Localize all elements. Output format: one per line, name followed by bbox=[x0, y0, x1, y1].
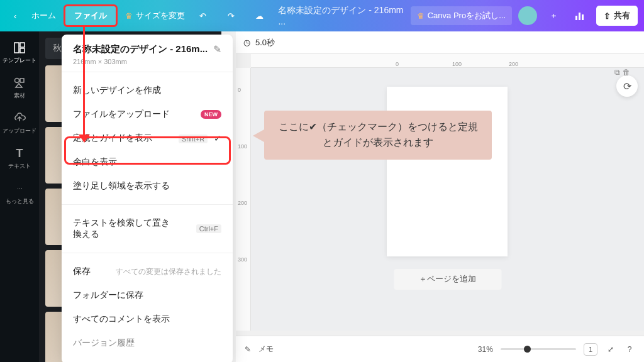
horizontal-ruler: 0 100 200 bbox=[251, 54, 644, 68]
share-button[interactable]: ⇧ 共有 bbox=[596, 6, 638, 26]
elements-icon bbox=[13, 76, 26, 90]
clock-icon: ◷ bbox=[243, 38, 250, 47]
annotation-arrow-head bbox=[79, 134, 90, 143]
check-icon: ✓ bbox=[214, 133, 221, 143]
help-button[interactable]: ? bbox=[624, 344, 635, 355]
refresh-icon: ⟳ bbox=[623, 80, 631, 92]
share-label: 共有 bbox=[614, 10, 630, 21]
zoom-slider[interactable] bbox=[501, 348, 576, 350]
back-button[interactable]: ‹ bbox=[6, 6, 24, 26]
ruler-tick: 100 bbox=[238, 143, 247, 150]
keyboard-shortcut: Ctrl+F bbox=[196, 224, 221, 233]
file-menu-find-replace[interactable]: テキストを検索して置き換える Ctrl+F bbox=[62, 211, 233, 246]
svg-rect-1 bbox=[579, 13, 580, 20]
left-sidebar: テンプレート 素材 アップロード T テキスト ⋯ もっと見る bbox=[0, 31, 39, 362]
file-menu-upload[interactable]: ファイルをアップロード NEW bbox=[62, 102, 233, 126]
canvas-area: ◷ 5.0秒 0 100 200 0 100 200 300 ⧉ 🗑 ⟳ ＋ペー… bbox=[236, 31, 644, 362]
sidebar-item-label: アップロード bbox=[3, 127, 36, 135]
reset-view-button[interactable]: ⟳ bbox=[616, 75, 638, 97]
file-dropdown-menu: 名称未設定のデザイン - 216m... ✎ 216mm × 303mm 新しい… bbox=[62, 35, 233, 362]
notes-icon: ✎ bbox=[245, 345, 251, 354]
svg-rect-4 bbox=[20, 43, 25, 47]
keyboard-shortcut: Shift+R bbox=[179, 134, 208, 143]
menu-label: テキストを検索して置き換える bbox=[73, 217, 174, 240]
sidebar-item-label: もっと見る bbox=[6, 197, 34, 206]
upload-icon: ⇧ bbox=[604, 11, 611, 21]
document-title[interactable]: 名称未設定のデザイン - 216mm ... bbox=[278, 5, 410, 26]
ruler-tick: 0 bbox=[238, 87, 241, 93]
file-menu-margins[interactable]: 余白を表示 bbox=[62, 150, 233, 174]
duration-label[interactable]: 5.0秒 bbox=[255, 37, 275, 48]
file-menu-save-to-folder[interactable]: フォルダーに保存 bbox=[62, 283, 233, 307]
menu-label: 保存 bbox=[73, 266, 91, 277]
file-menu-version-history[interactable]: バージョン履歴 bbox=[62, 331, 233, 355]
divider bbox=[62, 204, 233, 205]
svg-point-6 bbox=[15, 79, 19, 83]
new-badge: NEW bbox=[201, 110, 221, 119]
divider bbox=[62, 72, 233, 72]
top-header: ‹ ホーム ファイル ♛ サイズを変更 ↶ ↷ ☁ 名称未設定のデザイン - 2… bbox=[0, 0, 644, 31]
home-button[interactable]: ホーム bbox=[24, 5, 64, 26]
menu-label: ファイルをアップロード bbox=[73, 109, 170, 120]
zoom-slider-handle[interactable] bbox=[524, 346, 531, 353]
resize-label: サイズを変更 bbox=[136, 10, 185, 21]
page-indicator[interactable]: 1 bbox=[584, 343, 597, 356]
more-icon: ⋯ bbox=[13, 182, 26, 195]
ruler-tick: 0 bbox=[396, 61, 399, 67]
resize-button[interactable]: ♛ サイズを変更 bbox=[118, 5, 192, 26]
menu-label: 余白を表示 bbox=[73, 156, 117, 168]
header-right: ♛ Canva Proをお試し... ＋ ⇧ 共有 bbox=[411, 6, 638, 26]
redo-button[interactable]: ↷ bbox=[221, 6, 241, 26]
pro-trial-button[interactable]: ♛ Canva Proをお試し... bbox=[411, 6, 512, 25]
file-menu-save[interactable]: 保存 すべての変更は保存されました bbox=[62, 260, 233, 283]
menu-label: バージョン履歴 bbox=[73, 337, 135, 349]
header-center: ↶ ↷ ☁ 名称未設定のデザイン - 216mm ... bbox=[192, 5, 410, 26]
add-button[interactable]: ＋ bbox=[543, 6, 564, 26]
menu-label: 塗り足し領域を表示する bbox=[73, 180, 170, 192]
annotation-arrow bbox=[83, 25, 85, 138]
file-menu-new-design[interactable]: 新しいデザインを作成 bbox=[62, 79, 233, 102]
file-menu-title-row: 名称未設定のデザイン - 216m... ✎ bbox=[62, 43, 233, 58]
menu-label: 新しいデザインを作成 bbox=[73, 85, 161, 96]
file-menu-dimensions: 216mm × 303mm bbox=[62, 58, 233, 65]
sidebar-item-text[interactable]: T テキスト bbox=[0, 141, 39, 176]
svg-rect-2 bbox=[582, 14, 584, 20]
sidebar-item-label: 素材 bbox=[14, 92, 25, 100]
ruler-tick: 100 bbox=[452, 61, 462, 67]
notes-button[interactable]: メモ bbox=[258, 344, 274, 354]
svg-rect-0 bbox=[575, 16, 577, 20]
edit-title-icon[interactable]: ✎ bbox=[213, 43, 221, 55]
canvas-body[interactable]: ⧉ 🗑 ⟳ ＋ページを追加 bbox=[251, 68, 644, 331]
bottom-bar: ✎ メモ 31% 1 ⤢ ? bbox=[236, 336, 644, 362]
ruler-tick: 300 bbox=[238, 256, 247, 263]
sidebar-item-elements[interactable]: 素材 bbox=[0, 70, 39, 106]
upload-icon bbox=[13, 111, 26, 125]
vertical-ruler: 0 100 200 300 bbox=[236, 68, 251, 331]
zoom-value[interactable]: 31% bbox=[478, 345, 493, 354]
sidebar-item-more[interactable]: ⋯ もっと見る bbox=[0, 176, 39, 211]
svg-rect-7 bbox=[20, 79, 24, 82]
templates-icon bbox=[13, 41, 26, 55]
sidebar-item-label: テキスト bbox=[8, 162, 31, 170]
sidebar-item-uploads[interactable]: アップロード bbox=[0, 106, 39, 141]
pro-label: Canva Proをお試し... bbox=[428, 10, 506, 21]
bar-chart-icon bbox=[574, 10, 586, 21]
fullscreen-button[interactable]: ⤢ bbox=[605, 344, 616, 355]
svg-rect-3 bbox=[14, 43, 19, 53]
sidebar-item-templates[interactable]: テンプレート bbox=[0, 35, 39, 70]
ruler-tick: 200 bbox=[238, 200, 247, 206]
menu-label: すべてのコメントを表示 bbox=[73, 314, 170, 325]
duplicate-page-icon[interactable]: ⧉ bbox=[614, 68, 620, 77]
menu-label: フォルダーに保存 bbox=[73, 290, 143, 301]
file-menu-show-comments[interactable]: すべてのコメントを表示 bbox=[62, 307, 233, 331]
insights-button[interactable] bbox=[570, 6, 590, 26]
svg-rect-5 bbox=[20, 48, 25, 53]
file-menu-bleed[interactable]: 塗り足し領域を表示する bbox=[62, 174, 233, 198]
file-menu-button[interactable]: ファイル bbox=[64, 4, 118, 27]
crown-icon: ♛ bbox=[417, 11, 425, 21]
avatar[interactable] bbox=[518, 6, 537, 25]
rulers-shortcut-group: Shift+R ✓ bbox=[179, 133, 221, 143]
crown-icon: ♛ bbox=[125, 11, 133, 21]
add-page-button[interactable]: ＋ページを追加 bbox=[394, 269, 501, 290]
undo-button[interactable]: ↶ bbox=[192, 6, 212, 26]
